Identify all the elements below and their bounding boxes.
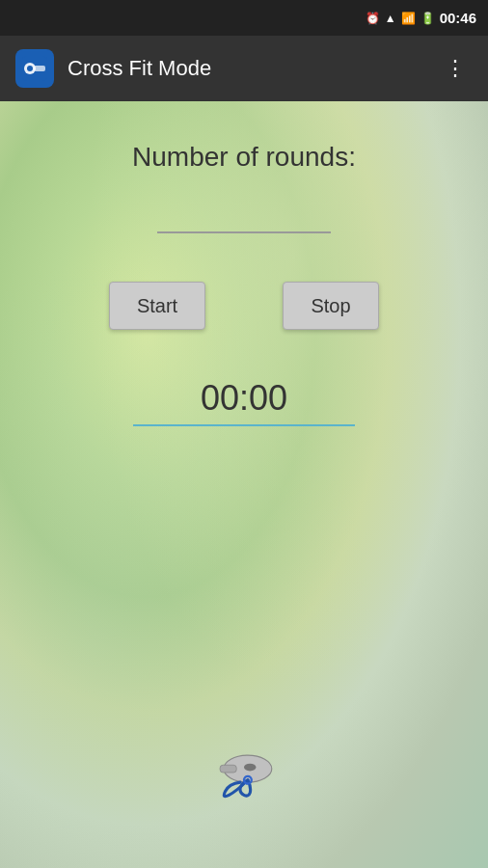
rounds-label: Number of rounds: — [132, 140, 356, 175]
timer-display: 00:00 — [201, 378, 287, 419]
status-time: 00:46 — [440, 10, 476, 26]
battery-icon: 🔋 — [420, 12, 435, 25]
main-content: Number of rounds: Start Stop 00:00 — [0, 101, 488, 868]
action-bar: Cross Fit Mode ⋮ — [0, 36, 488, 101]
rounds-input[interactable] — [157, 203, 331, 233]
clock-icon: ⏰ — [366, 12, 380, 25]
overflow-menu-button[interactable]: ⋮ — [437, 48, 474, 89]
start-button[interactable]: Start — [109, 282, 205, 330]
svg-point-3 — [27, 66, 33, 71]
signal-icon: 📶 — [401, 12, 416, 25]
app-icon-svg — [20, 54, 49, 83]
status-icons: ⏰ ▲ 📶 🔋 00:46 — [366, 10, 476, 26]
stop-button[interactable]: Stop — [283, 282, 379, 330]
svg-rect-2 — [34, 66, 45, 71]
timer-underline — [133, 424, 355, 426]
whistle-icon — [205, 739, 283, 806]
status-bar: ⏰ ▲ 📶 🔋 00:46 — [0, 0, 488, 36]
whistle-icon-container — [205, 739, 283, 810]
svg-rect-5 — [220, 765, 236, 773]
rounds-input-container — [157, 203, 331, 233]
buttons-row: Start Stop — [109, 282, 379, 330]
wifi-icon: ▲ — [385, 12, 396, 25]
app-title: Cross Fit Mode — [68, 56, 425, 81]
app-icon — [14, 47, 56, 90]
app-icon-image — [15, 49, 54, 88]
svg-point-6 — [244, 764, 256, 772]
